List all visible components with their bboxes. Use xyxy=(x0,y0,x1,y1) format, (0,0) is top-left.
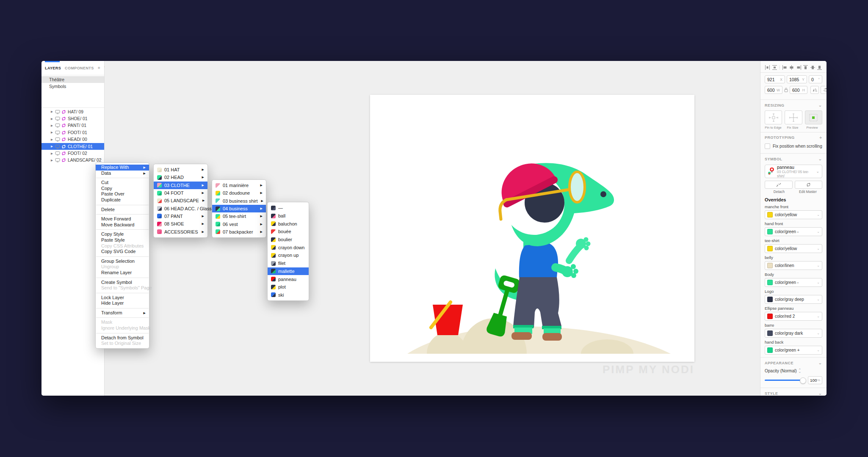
align-bottom-icon[interactable] xyxy=(817,65,822,70)
override-select[interactable]: color/green - ⌄ xyxy=(765,227,822,236)
context-menu-item[interactable]: Transform ▶ xyxy=(96,310,149,316)
align-right-icon[interactable] xyxy=(796,65,802,70)
disclosure-triangle-icon[interactable]: ▶ xyxy=(51,117,55,121)
context-menu-item[interactable]: Create Symbol ▶ xyxy=(96,280,149,286)
context-menu-item[interactable]: Lock Layer ▶ xyxy=(96,295,149,301)
layer-row[interactable]: ▶ PANT/ 01 xyxy=(41,122,104,129)
context-menu-item[interactable]: Copy SVG Code ▶ xyxy=(96,249,149,255)
business-variant-item[interactable]: boulier ▶ xyxy=(268,236,309,244)
distribute-horizontally-icon[interactable] xyxy=(765,65,770,70)
business-variant-item[interactable]: ball ▶ xyxy=(268,212,309,220)
override-select[interactable]: color/gray deep ⌄ xyxy=(765,295,822,304)
business-variant-item[interactable]: filet ▶ xyxy=(268,259,309,267)
fix-position-checkbox[interactable] xyxy=(765,143,770,149)
context-menu-item[interactable]: Paste Style ▶ xyxy=(96,237,149,243)
symbol-category-item[interactable]: 08 SHOE ▶ xyxy=(154,220,207,228)
rotation-field[interactable]: 0 ° xyxy=(809,75,822,83)
context-menu-item[interactable]: Delete ▶ xyxy=(96,207,149,213)
clothe-variant-item[interactable]: 06 vest ▶ xyxy=(212,220,266,228)
tab-components[interactable]: COMPONENTS xyxy=(65,66,94,70)
business-variant-item[interactable]: mallette ▶ xyxy=(268,267,309,275)
context-menu-item[interactable]: Ignore Underlying Mask ▶ xyxy=(96,325,149,331)
resizing-collapse-icon[interactable]: ⌄ xyxy=(818,102,822,108)
disclosure-triangle-icon[interactable]: ▶ xyxy=(51,152,55,155)
align-top-icon[interactable] xyxy=(803,65,808,70)
clothe-variant-item[interactable]: 05 tee-shirt ▶ xyxy=(212,212,266,220)
clothe-variant-item[interactable]: 03 business shirt ▶ xyxy=(212,197,266,205)
fix-size-option[interactable] xyxy=(785,110,802,124)
y-position-field[interactable]: 1085 Y xyxy=(787,75,807,83)
override-select[interactable]: color/linen ⌄ xyxy=(765,261,822,270)
symbol-category-item[interactable]: 04 FOOT ▶ xyxy=(154,189,207,197)
context-menu-item[interactable]: Move Forward ▶ xyxy=(96,216,149,222)
page-row[interactable]: Théâtre xyxy=(41,76,104,83)
layer-row[interactable]: ▶ LANDSCAPE/ 02 xyxy=(41,157,104,164)
height-field[interactable]: 600 H xyxy=(790,86,807,94)
clothe-variant-item[interactable]: 02 doudoune ▶ xyxy=(212,189,266,197)
context-menu-item[interactable]: Hide Layer ▶ xyxy=(96,300,149,306)
disclosure-triangle-icon[interactable]: ▶ xyxy=(51,110,55,113)
detach-button[interactable] xyxy=(765,181,793,189)
context-menu-item[interactable]: Copy Style ▶ xyxy=(96,231,149,237)
context-menu-item[interactable]: Ungroup ▶ xyxy=(96,264,149,270)
override-select[interactable]: color/green - ⌄ xyxy=(765,278,822,287)
layer-row[interactable]: ▶ HAT/ 09 xyxy=(41,108,104,115)
align-center-horizontal-icon[interactable] xyxy=(789,65,794,70)
symbol-category-item[interactable]: 05 LANDSCAPE ▶ xyxy=(154,197,207,204)
opacity-value-field[interactable]: 100 % xyxy=(808,376,822,384)
disclosure-triangle-icon[interactable]: ▶ xyxy=(51,145,55,148)
context-menu-item[interactable]: Rename Layer ▶ xyxy=(96,270,149,276)
align-middle-vertical-icon[interactable] xyxy=(810,65,815,70)
layer-row[interactable]: ▶ HEAD/ 00 xyxy=(41,136,104,143)
layer-row[interactable]: ▶ FOOT/ 02 xyxy=(41,150,104,157)
context-menu-item[interactable]: Mask ▶ xyxy=(96,319,149,325)
opacity-slider[interactable] xyxy=(765,380,805,381)
context-menu-item[interactable]: Send to "Symbols" Page ▶ xyxy=(96,285,149,291)
business-variant-item[interactable]: crayon up ▶ xyxy=(268,251,309,259)
layer-row[interactable]: ▶ FOOT/ 01 xyxy=(41,129,104,136)
context-menu-item[interactable]: Set to Original Size ▶ xyxy=(96,341,149,347)
business-variant-item[interactable]: — ▶ xyxy=(268,204,309,212)
lock-ratio-icon[interactable] xyxy=(784,88,788,92)
disclosure-triangle-icon[interactable]: ▶ xyxy=(51,131,55,134)
business-variant-item[interactable]: bouée ▶ xyxy=(268,228,309,236)
context-menu-item[interactable]: Move Backward ▶ xyxy=(96,222,149,228)
flip-vertical-button[interactable] xyxy=(821,86,827,94)
context-menu-item[interactable]: Copy CSS Attributes ▶ xyxy=(96,243,149,249)
context-menu-item[interactable]: Duplicate ▶ xyxy=(96,197,149,203)
appearance-collapse-icon[interactable]: ⌄ xyxy=(818,360,822,366)
symbol-master-select[interactable]: panneau 03 CLOTHE/ 05 tee-shirt/ ⌄ xyxy=(765,165,822,178)
layer-row[interactable]: ▶ CLOTHE/ 01 xyxy=(41,143,104,150)
override-select[interactable]: color/red 2 ⌄ xyxy=(765,312,822,321)
disclosure-triangle-icon[interactable]: ▶ xyxy=(51,159,55,162)
opacity-blend-stepper-icon[interactable]: ⌃⌄ xyxy=(799,369,802,373)
context-menu-item[interactable]: Paste Over ▶ xyxy=(96,191,149,197)
artboard[interactable] xyxy=(370,95,694,362)
symbol-collapse-icon[interactable]: ⌄ xyxy=(818,156,822,162)
symbol-category-item[interactable]: ACCESSORIES ▶ xyxy=(154,228,207,235)
business-variant-item[interactable]: ski ▶ xyxy=(268,291,309,299)
context-menu-item[interactable]: Replace With ▶ xyxy=(96,165,149,171)
symbol-category-item[interactable]: 03 CLOTHE ▶ xyxy=(154,182,207,189)
width-field[interactable]: 600 W xyxy=(765,86,782,94)
business-variant-item[interactable]: crayon down ▶ xyxy=(268,243,309,251)
disclosure-triangle-icon[interactable]: ▶ xyxy=(51,124,55,127)
align-left-icon[interactable] xyxy=(782,65,788,70)
clothe-variant-item[interactable]: 01 marinière ▶ xyxy=(212,182,266,189)
page-row[interactable]: Symbols xyxy=(41,83,104,90)
business-variant-item[interactable]: panneau ▶ xyxy=(268,275,309,283)
pin-to-edge-option[interactable] xyxy=(765,110,782,124)
clothe-variant-item[interactable]: 04 business ▶ xyxy=(212,205,266,212)
distribute-vertically-icon[interactable] xyxy=(772,65,777,70)
tab-layers[interactable]: LAYERS xyxy=(45,66,61,70)
business-variant-item[interactable]: baluchon ▶ xyxy=(268,220,309,228)
symbol-category-item[interactable]: 06 HEAD ACC. / Glass ▶ xyxy=(154,204,207,212)
override-select[interactable]: color/yellow ⌄ xyxy=(765,210,822,219)
context-menu-item[interactable]: Detach from Symbol ▶ xyxy=(96,335,149,341)
override-select[interactable]: color/gray dark ⌄ xyxy=(765,329,822,338)
context-menu-item[interactable]: Cut ▶ xyxy=(96,180,149,186)
clothe-variant-item[interactable]: 07 backpacker ▶ xyxy=(212,228,266,236)
style-collapse-icon[interactable]: ⌄ xyxy=(818,391,822,396)
layer-row[interactable]: ▶ SHOE/ 01 xyxy=(41,115,104,122)
context-menu-item[interactable]: Data ▶ xyxy=(96,171,149,176)
